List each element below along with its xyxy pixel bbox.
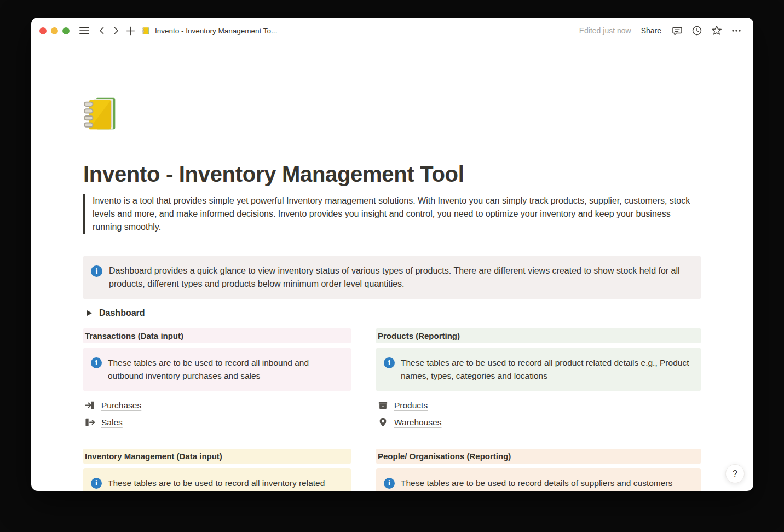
archive-box-icon (378, 400, 388, 410)
transactions-links: Purchases Sales (83, 397, 351, 431)
dashboard-callout-text: Dashboard provides a quick glance to vie… (109, 264, 692, 291)
comments-button[interactable] (670, 24, 684, 38)
people-callout-text: These tables are to be used to record de… (401, 477, 672, 490)
page-title[interactable]: Invento - Inventory Management Tool (83, 160, 701, 188)
page-content: Invento - Inventory Management Tool Inve… (31, 44, 753, 491)
products-callout-text: These tables are to be used to record al… (401, 356, 693, 383)
notebook-icon (142, 26, 151, 35)
inventory-callout-text: These tables are to be used to record al… (108, 477, 343, 491)
history-button[interactable] (690, 24, 704, 38)
products-links: Products Warehouses (376, 397, 701, 431)
section-heading-people: People/ Organisations (Reporting) (376, 449, 701, 464)
link-purchases[interactable]: Purchases (83, 397, 351, 414)
link-warehouses-label: Warehouses (394, 418, 441, 427)
section-heading-inventory: Inventory Management (Data input) (83, 449, 351, 464)
dashboard-toggle-label: Dashboard (99, 308, 145, 318)
info-icon: i (384, 478, 395, 489)
people-callout: i These tables are to be used to record … (376, 468, 701, 491)
forward-button[interactable] (109, 24, 123, 38)
close-button[interactable] (39, 27, 47, 34)
app-window: Invento - Inventory Management To... Edi… (31, 18, 753, 491)
more-button[interactable] (729, 24, 743, 38)
section-columns: Transactions (Data input) i These tables… (83, 328, 701, 491)
new-tab-button[interactable] (123, 24, 137, 38)
page-icon-notebook[interactable] (83, 95, 122, 134)
location-pin-icon (378, 417, 388, 427)
transactions-callout-text: These tables are to be used to record al… (108, 356, 343, 383)
intro-quote: Invento is a tool that provides simple y… (83, 194, 701, 234)
minimize-button[interactable] (51, 27, 58, 34)
toggle-arrow-icon[interactable] (87, 310, 92, 316)
favorite-button[interactable] (710, 24, 724, 38)
info-icon: i (384, 357, 395, 368)
dashboard-toggle[interactable]: Dashboard (83, 305, 701, 321)
info-icon: i (91, 478, 102, 489)
inventory-callout: i These tables are to be used to record … (83, 468, 351, 491)
titlebar: Invento - Inventory Management To... Edi… (31, 18, 753, 44)
transactions-callout: i These tables are to be used to record … (83, 348, 351, 391)
share-button[interactable]: Share (641, 26, 661, 35)
dashboard-callout: i Dashboard provides a quick glance to v… (83, 256, 701, 299)
link-sales-label: Sales (101, 418, 123, 427)
left-column: Transactions (Data input) i These tables… (83, 328, 351, 491)
page-tab[interactable]: Invento - Inventory Management To... (142, 26, 277, 35)
tab-title: Invento - Inventory Management To... (155, 27, 277, 35)
link-sales[interactable]: Sales (83, 414, 351, 431)
info-icon: i (91, 357, 102, 368)
enter-arrow-icon (85, 400, 95, 410)
back-button[interactable] (95, 24, 109, 38)
link-purchases-label: Purchases (101, 401, 141, 410)
edited-status: Edited just now (579, 26, 631, 35)
right-column: Products (Reporting) i These tables are … (376, 328, 701, 491)
products-callout: i These tables are to be used to record … (376, 348, 701, 391)
section-heading-products: Products (Reporting) (376, 328, 701, 343)
link-warehouses[interactable]: Warehouses (376, 414, 701, 431)
exit-arrow-icon (85, 417, 95, 427)
info-icon: i (91, 265, 102, 277)
link-products[interactable]: Products (376, 397, 701, 414)
traffic-lights (39, 27, 70, 34)
section-heading-transactions: Transactions (Data input) (83, 328, 351, 343)
zoom-button[interactable] (62, 27, 70, 34)
menu-icon[interactable] (77, 24, 91, 38)
help-button[interactable]: ? (725, 464, 745, 483)
link-products-label: Products (394, 401, 428, 410)
